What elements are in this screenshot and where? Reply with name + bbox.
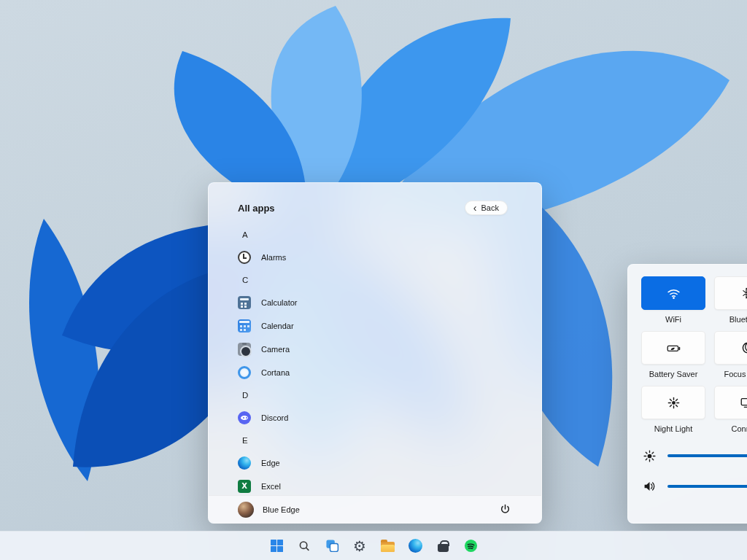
app-item-discord[interactable]: Discord xyxy=(238,406,524,429)
monitor-icon xyxy=(740,396,747,409)
edge-icon xyxy=(238,456,251,470)
app-label: Edge xyxy=(261,459,280,467)
battery-saver-label: Battery Saver xyxy=(641,370,705,378)
taskbar-settings-button[interactable]: ⚙ xyxy=(348,534,371,558)
all-apps-title: All apps xyxy=(238,203,275,214)
app-item-alarms[interactable]: Alarms xyxy=(238,246,524,269)
taskbar-search-button[interactable] xyxy=(293,534,316,558)
cortana-icon xyxy=(238,366,251,379)
gear-icon: ⚙ xyxy=(353,535,366,557)
app-item-camera[interactable]: Camera xyxy=(238,338,524,361)
spotify-icon xyxy=(464,539,478,553)
quick-settings-panel: WiFi Bluetooth Battery Saver xyxy=(627,264,747,524)
focus-assist-label: Focus assist xyxy=(714,370,747,378)
windows-logo-icon xyxy=(271,540,283,552)
all-apps-list: A Alarms C Calculator Calendar Camera Co… xyxy=(209,215,541,498)
taskbar-task-view-button[interactable] xyxy=(320,534,344,558)
taskbar-edge-button[interactable] xyxy=(403,534,427,558)
start-menu-header: All apps ‹ Back xyxy=(209,183,541,215)
store-bag-icon xyxy=(438,544,449,552)
power-button[interactable] xyxy=(495,499,515,520)
app-item-cortana[interactable]: Cortana xyxy=(238,361,524,384)
battery-saver-icon xyxy=(666,341,681,356)
back-button[interactable]: ‹ Back xyxy=(465,201,508,215)
camera-icon xyxy=(238,343,251,356)
edge-icon xyxy=(409,539,422,553)
quick-settings-sliders xyxy=(641,445,747,497)
section-letter-a[interactable]: A xyxy=(242,224,524,246)
speaker-icon xyxy=(643,480,657,493)
calendar-icon xyxy=(238,319,251,332)
app-label: Calendar xyxy=(261,322,294,330)
excel-icon xyxy=(238,480,251,493)
bluetooth-label: Bluetooth xyxy=(714,315,747,324)
night-light-label: Night Light xyxy=(641,424,705,433)
section-letter-c[interactable]: C xyxy=(242,269,524,291)
back-label: Back xyxy=(481,203,499,212)
taskbar-file-explorer-button[interactable] xyxy=(376,534,399,558)
app-label: Calculator xyxy=(261,298,298,307)
taskbar-spotify-button[interactable] xyxy=(459,534,482,558)
connect-label: Connect xyxy=(714,424,747,433)
folder-icon xyxy=(381,542,395,552)
connect-toggle[interactable] xyxy=(714,386,747,419)
night-light-icon xyxy=(667,396,681,410)
volume-slider[interactable] xyxy=(667,485,747,488)
app-item-calculator[interactable]: Calculator xyxy=(238,291,524,314)
taskbar: ⚙ xyxy=(0,531,747,560)
battery-saver-toggle[interactable] xyxy=(641,331,705,365)
app-label: Alarms xyxy=(261,253,286,262)
app-label: Cortana xyxy=(261,368,290,377)
sun-icon xyxy=(643,449,657,463)
app-label: Camera xyxy=(261,345,290,354)
start-menu-footer: Blue Edge xyxy=(209,495,541,523)
user-profile-button[interactable]: Blue Edge xyxy=(238,502,300,518)
taskbar-store-button[interactable] xyxy=(431,534,454,558)
wifi-toggle[interactable] xyxy=(641,276,705,310)
app-label: Discord xyxy=(261,413,288,422)
section-letter-d[interactable]: D xyxy=(242,384,524,406)
focus-assist-toggle[interactable] xyxy=(714,331,747,365)
chevron-left-icon: ‹ xyxy=(473,204,477,211)
brightness-slider[interactable] xyxy=(667,454,747,457)
taskbar-start-button[interactable] xyxy=(265,534,288,558)
volume-slider-row xyxy=(641,475,747,497)
night-light-toggle[interactable] xyxy=(641,386,705,419)
task-view-icon xyxy=(325,539,339,553)
brightness-slider-row xyxy=(641,445,747,467)
bluetooth-icon xyxy=(740,287,747,300)
app-label: Excel xyxy=(261,482,281,491)
wifi-label: WiFi xyxy=(641,315,705,324)
user-name: Blue Edge xyxy=(263,505,300,514)
calculator-icon xyxy=(238,296,251,309)
section-letter-e[interactable]: E xyxy=(242,429,524,451)
discord-icon xyxy=(238,411,251,424)
wifi-icon xyxy=(666,286,681,301)
quick-settings-grid: WiFi Bluetooth Battery Saver xyxy=(641,276,747,433)
bluetooth-toggle[interactable] xyxy=(714,276,747,310)
search-icon xyxy=(298,540,311,553)
moon-icon xyxy=(740,341,747,354)
power-icon xyxy=(500,504,511,515)
alarms-icon xyxy=(238,251,251,264)
avatar xyxy=(238,502,254,518)
start-menu-panel: All apps ‹ Back A Alarms C Calculator Ca… xyxy=(208,182,542,524)
app-item-edge[interactable]: Edge xyxy=(238,451,524,475)
app-item-calendar[interactable]: Calendar xyxy=(238,314,524,338)
